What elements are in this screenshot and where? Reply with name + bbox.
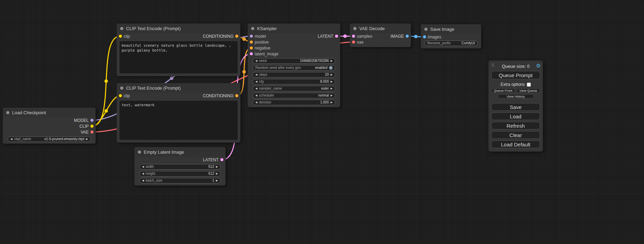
load-button[interactable]: Load (491, 112, 540, 120)
widget-steps[interactable]: ◀ steps 20 ▶ (253, 72, 335, 78)
output-dot-vae[interactable] (90, 130, 94, 134)
queue-prompt-button[interactable]: Queue Prompt (491, 71, 540, 79)
node-clip-text-encode-positive[interactable]: CLIP Text Encode (Prompt) clip CONDITION… (117, 24, 240, 76)
increment-arrow-icon[interactable]: ▶ (330, 101, 333, 104)
output-dot-clip[interactable] (90, 125, 94, 128)
node-title-bar[interactable]: CLIP Text Encode (Prompt) (117, 83, 240, 93)
input-slot-negative[interactable]: negative (250, 46, 270, 51)
node-title-bar[interactable]: Load Checkpoint (3, 108, 96, 117)
combo-left-arrow-icon[interactable]: ◀ (255, 87, 257, 90)
widget-scheduler[interactable]: ◀ scheduler normal ▶ (253, 93, 335, 98)
link-clip-to-negative-prompt[interactable] (92, 96, 120, 126)
input-slot-latent-image[interactable]: latent_image (250, 52, 279, 56)
input-dot-images[interactable] (423, 35, 426, 38)
queue-front-button[interactable]: Queue Front (491, 88, 515, 93)
link-dot-model-to-ksampler[interactable] (170, 76, 174, 80)
widget-filename-prefix[interactable]: filename_prefix ComfyUI (424, 40, 478, 46)
save-button[interactable]: Save (491, 103, 540, 111)
link-dot-positive-conditioning[interactable] (242, 37, 246, 41)
link-dot-latent-to-vae-decode[interactable] (343, 35, 347, 38)
node-ksampler[interactable]: KSampler model LATENT positive negative (248, 24, 340, 107)
load-default-button[interactable]: Load Default (491, 141, 540, 148)
widget-height[interactable]: ◀ height 512 ▶ (139, 171, 221, 177)
output-dot-conditioning[interactable] (235, 94, 238, 97)
graph-canvas[interactable]: Load Checkpoint MODEL CLIP VAE ◀ ckpt_na… (0, 0, 644, 244)
input-dot-latent-image[interactable] (250, 52, 253, 55)
drag-handle-icon[interactable]: ⠿ (491, 63, 494, 68)
decrement-arrow-icon[interactable]: ◀ (255, 101, 257, 104)
widget-denoise[interactable]: ◀ denoise 1.000 ▶ (253, 100, 335, 105)
node-empty-latent-image[interactable]: Empty Latent Image LATENT ◀ width 512 ▶ … (134, 147, 226, 186)
increment-arrow-icon[interactable]: ▶ (216, 165, 218, 168)
collapse-dot-icon[interactable] (353, 27, 356, 30)
decrement-arrow-icon[interactable]: ◀ (142, 179, 144, 182)
decrement-arrow-icon[interactable]: ◀ (255, 80, 257, 83)
combo-right-arrow-icon[interactable]: ▶ (330, 94, 333, 97)
output-slot-conditioning[interactable]: CONDITIONING (203, 93, 238, 98)
input-slot-clip[interactable]: clip (119, 34, 130, 39)
toggle-indicator-icon[interactable] (329, 66, 333, 70)
collapse-dot-icon[interactable] (424, 28, 427, 31)
node-title-bar[interactable]: Save Image (421, 24, 481, 34)
output-slot-clip[interactable]: CLIP (79, 124, 94, 129)
node-title-bar[interactable]: Empty Latent Image (134, 147, 226, 157)
extra-options-checkbox[interactable] (527, 83, 531, 87)
node-clip-text-encode-negative[interactable]: CLIP Text Encode (Prompt) clip CONDITION… (117, 83, 240, 143)
output-dot-model[interactable] (90, 119, 94, 122)
collapse-dot-icon[interactable] (138, 151, 141, 154)
link-dot-negative-conditioning[interactable] (242, 70, 246, 74)
widget-random-seed-toggle[interactable]: Random seed after every gen enabled (253, 65, 335, 71)
node-load-checkpoint[interactable]: Load Checkpoint MODEL CLIP VAE ◀ ckpt_na… (3, 108, 96, 144)
input-slot-images[interactable]: images (423, 35, 441, 39)
increment-arrow-icon[interactable]: ▶ (330, 80, 333, 83)
output-slot-conditioning[interactable]: CONDITIONING (203, 34, 238, 39)
node-save-image[interactable]: Save Image images filename_prefix ComfyU… (421, 24, 481, 48)
combo-right-arrow-icon[interactable]: ▶ (86, 138, 88, 141)
decrement-arrow-icon[interactable]: ◀ (255, 73, 257, 76)
widget-batch-size[interactable]: ◀ batch_size 1 ▶ (139, 178, 221, 183)
input-dot-clip[interactable] (119, 35, 122, 38)
link-clip-to-positive-prompt[interactable] (92, 36, 120, 126)
positive-prompt-text[interactable]: beautiful scenery nature glass bottle la… (120, 41, 238, 73)
widget-sampler-name[interactable]: ◀ sampler_name euler ▶ (253, 86, 335, 91)
node-vae-decode[interactable]: VAE Decode samples IMAGE vae (350, 24, 411, 47)
node-title-bar[interactable]: VAE Decode (350, 24, 411, 33)
widget-ckpt-name[interactable]: ◀ ckpt_name v1-5-pruned-emaonly.ckpt ▶ (8, 136, 91, 142)
input-dot-positive[interactable] (250, 40, 253, 44)
node-title-bar[interactable]: KSampler (248, 24, 340, 33)
increment-arrow-icon[interactable]: ▶ (216, 179, 218, 182)
widget-width[interactable]: ◀ width 512 ▶ (139, 164, 221, 170)
negative-prompt-text[interactable]: text, watermark (120, 101, 238, 140)
settings-gear-icon[interactable]: ⚙ (536, 63, 541, 69)
output-slot-latent[interactable]: LATENT (318, 34, 338, 39)
collapse-dot-icon[interactable] (251, 27, 254, 30)
input-slot-positive[interactable]: positive (250, 40, 269, 45)
widget-seed[interactable]: ◀ seed 156680208700286 ▶ (253, 58, 335, 64)
input-dot-samples[interactable] (352, 35, 355, 38)
increment-arrow-icon[interactable]: ▶ (330, 60, 333, 62)
combo-right-arrow-icon[interactable]: ▶ (330, 87, 333, 90)
input-dot-model[interactable] (250, 35, 253, 38)
combo-left-arrow-icon[interactable]: ◀ (10, 138, 12, 141)
input-slot-samples[interactable]: samples (352, 34, 372, 39)
link-dot-clip-to-negative-prompt[interactable] (105, 109, 108, 113)
input-slot-clip[interactable]: clip (119, 93, 130, 98)
view-history-button[interactable]: View History (498, 94, 534, 99)
collapse-dot-icon[interactable] (120, 87, 123, 90)
decrement-arrow-icon[interactable]: ◀ (142, 172, 144, 175)
increment-arrow-icon[interactable]: ▶ (216, 172, 218, 175)
widget-cfg[interactable]: ◀ cfg 8.000 ▶ (253, 79, 335, 84)
view-queue-button[interactable]: View Queue (517, 88, 540, 93)
link-dot-clip-to-positive-prompt[interactable] (105, 80, 108, 83)
output-slot-vae[interactable]: VAE (81, 130, 94, 135)
collapse-dot-icon[interactable] (120, 27, 123, 30)
input-dot-vae[interactable] (352, 40, 355, 44)
output-dot-latent[interactable] (220, 158, 223, 161)
output-slot-model[interactable]: MODEL (74, 118, 94, 123)
output-dot-conditioning[interactable] (235, 35, 238, 38)
input-slot-model[interactable]: model (250, 34, 266, 39)
input-slot-vae[interactable]: vae (352, 40, 363, 45)
increment-arrow-icon[interactable]: ▶ (330, 73, 333, 76)
output-dot-image[interactable] (406, 35, 409, 38)
clear-button[interactable]: Clear (491, 131, 540, 139)
